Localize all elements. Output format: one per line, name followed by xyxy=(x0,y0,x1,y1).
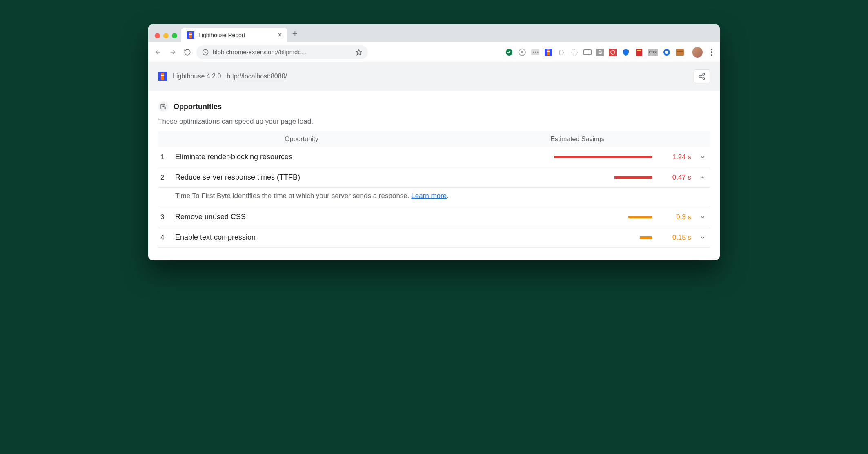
savings-bar xyxy=(640,236,652,239)
forward-button[interactable] xyxy=(167,47,178,58)
back-button[interactable] xyxy=(152,47,164,58)
svg-point-29 xyxy=(711,54,712,56)
svg-point-13 xyxy=(537,51,539,53)
svg-rect-26 xyxy=(677,51,683,52)
extension-icon[interactable] xyxy=(676,48,684,56)
window-controls xyxy=(153,33,181,42)
new-tab-button[interactable]: + xyxy=(287,29,303,42)
extension-icon[interactable]: CRX xyxy=(648,49,658,56)
savings-bar-wrap xyxy=(455,156,656,158)
opportunities-list: 1Eliminate render-blocking resources1.24… xyxy=(158,147,710,248)
savings-bar xyxy=(614,176,652,179)
svg-point-33 xyxy=(703,73,705,76)
extension-icon[interactable] xyxy=(663,48,671,56)
extension-icon[interactable] xyxy=(531,48,539,56)
opportunity-row[interactable]: 1Eliminate render-blocking resources1.24… xyxy=(158,147,710,167)
learn-more-link[interactable]: Learn more xyxy=(411,192,447,200)
svg-rect-19 xyxy=(609,49,617,56)
chevron-up-icon[interactable] xyxy=(698,175,708,180)
close-window-button[interactable] xyxy=(155,33,160,38)
maximize-window-button[interactable] xyxy=(172,33,177,38)
extension-icon[interactable] xyxy=(635,48,643,56)
url-text: blob:chrome-extension://blipmdc… xyxy=(213,49,307,56)
column-savings: Estimated Savings xyxy=(445,136,710,143)
lighthouse-extension-icon[interactable] xyxy=(544,48,552,56)
svg-rect-15 xyxy=(547,49,550,55)
opportunity-row[interactable]: 2Reduce server response times (TTFB)0.47… xyxy=(158,167,710,188)
savings-value: 0.15 s xyxy=(663,234,691,242)
table-header: Opportunity Estimated Savings xyxy=(158,131,710,147)
savings-bar-wrap xyxy=(455,216,656,218)
bookmark-icon[interactable] xyxy=(356,49,362,56)
opportunity-row[interactable]: 4Enable text compression0.15 s xyxy=(158,227,710,248)
extension-icon[interactable]: B xyxy=(596,49,604,56)
address-bar[interactable]: blob:chrome-extension://blipmdc… xyxy=(196,45,368,59)
opportunities-icon xyxy=(158,101,169,112)
browser-window: Lighthouse Report × + blob:chrome-extens… xyxy=(148,24,720,260)
share-button[interactable] xyxy=(694,69,710,83)
tested-url-link[interactable]: http://localhost:8080/ xyxy=(227,73,287,80)
svg-point-11 xyxy=(533,51,534,53)
svg-line-36 xyxy=(701,75,703,76)
opportunity-detail: Time To First Byte identifies the time a… xyxy=(158,188,710,207)
svg-rect-21 xyxy=(636,49,642,56)
detail-text: Time To First Byte identifies the time a… xyxy=(175,192,411,200)
lighthouse-header: Lighthouse 4.2.0 http://localhost:8080/ xyxy=(148,62,720,91)
chevron-down-icon[interactable] xyxy=(698,235,708,240)
svg-point-34 xyxy=(699,76,701,78)
tab-strip: Lighthouse Report × + xyxy=(148,24,720,42)
lighthouse-logo-icon xyxy=(158,72,167,81)
savings-value: 1.24 s xyxy=(663,153,691,161)
savings-bar xyxy=(554,156,652,158)
browser-menu-button[interactable] xyxy=(708,49,716,56)
opportunity-title: Enable text compression xyxy=(175,233,449,242)
savings-bar-wrap xyxy=(455,236,656,239)
svg-point-27 xyxy=(711,49,712,50)
savings-bar xyxy=(628,216,652,218)
extension-icon[interactable] xyxy=(609,48,617,56)
savings-value: 0.3 s xyxy=(663,213,691,221)
opportunity-title: Reduce server response times (TTFB) xyxy=(175,173,449,182)
column-opportunity: Opportunity xyxy=(158,136,445,143)
site-info-icon[interactable] xyxy=(202,49,209,56)
svg-point-9 xyxy=(521,51,523,53)
reload-button[interactable] xyxy=(182,47,193,58)
opportunity-title: Eliminate render-blocking resources xyxy=(175,153,449,161)
svg-rect-16 xyxy=(547,51,550,52)
svg-point-28 xyxy=(711,51,712,53)
svg-point-17 xyxy=(572,49,577,55)
extension-icon[interactable] xyxy=(622,48,630,56)
svg-rect-32 xyxy=(161,75,164,76)
extension-icon[interactable]: { } xyxy=(557,48,565,56)
savings-bar-wrap xyxy=(455,176,656,179)
savings-value: 0.47 s xyxy=(663,174,691,182)
section-title: Opportunities xyxy=(174,102,222,111)
row-number: 3 xyxy=(160,213,169,221)
svg-marker-6 xyxy=(356,49,361,55)
svg-point-12 xyxy=(535,51,536,53)
extension-icon[interactable] xyxy=(583,48,592,56)
extension-icon[interactable] xyxy=(505,48,513,56)
opportunity-row[interactable]: 3Remove unused CSS0.3 s xyxy=(158,207,710,227)
lighthouse-version: Lighthouse 4.2.0 xyxy=(173,73,221,80)
profile-avatar[interactable] xyxy=(692,47,703,58)
chevron-down-icon[interactable] xyxy=(698,214,708,220)
extension-icon[interactable] xyxy=(518,48,526,56)
report-content: Opportunities These optimizations can sp… xyxy=(148,91,720,260)
row-number: 4 xyxy=(160,234,169,242)
extension-icon[interactable] xyxy=(570,48,579,56)
extension-icons: { } B CRX xyxy=(505,47,716,58)
svg-line-37 xyxy=(701,77,703,78)
tab-title: Lighthouse Report xyxy=(198,32,245,38)
chevron-down-icon[interactable] xyxy=(698,154,708,160)
row-number: 1 xyxy=(160,153,169,161)
close-tab-icon[interactable]: × xyxy=(278,31,282,39)
minimize-window-button[interactable] xyxy=(163,33,169,38)
svg-rect-18 xyxy=(584,50,591,55)
row-number: 2 xyxy=(160,174,169,182)
svg-point-35 xyxy=(703,78,705,80)
svg-rect-31 xyxy=(161,73,164,80)
svg-rect-1 xyxy=(189,32,192,38)
section-header: Opportunities xyxy=(158,101,710,112)
browser-tab[interactable]: Lighthouse Report × xyxy=(181,28,287,42)
